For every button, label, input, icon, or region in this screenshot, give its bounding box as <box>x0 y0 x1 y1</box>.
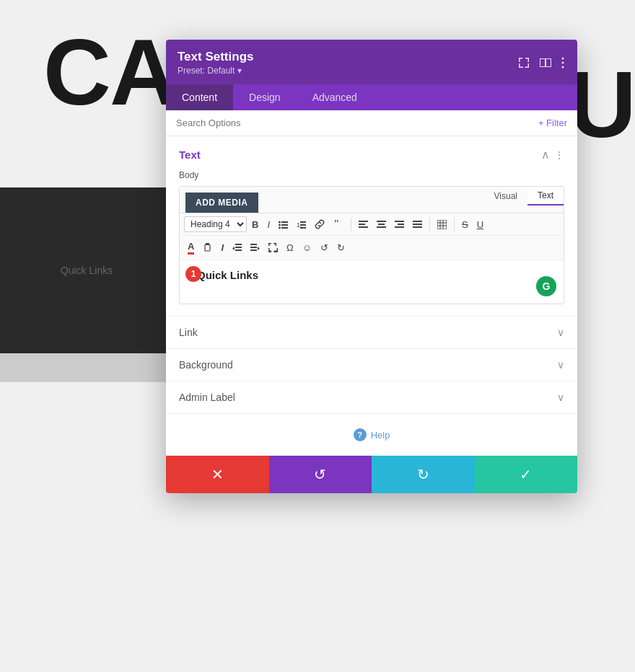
svg-rect-36 <box>250 244 257 245</box>
svg-rect-18 <box>378 224 385 225</box>
special-char-button[interactable]: Ω <box>283 240 297 255</box>
search-input[interactable] <box>176 118 538 128</box>
undo-toolbar-button[interactable]: ↺ <box>317 240 332 255</box>
fullscreen-icon-button[interactable] <box>517 56 531 70</box>
modal-overlay: Text Settings Preset: Default ▾ <box>0 0 635 672</box>
help-icon: ? <box>354 428 367 441</box>
editor-text: Quick Links <box>197 269 258 281</box>
editor-container: ADD MEDIA Visual Text Heading 4 Heading … <box>179 186 564 304</box>
editor-text-mode-button[interactable]: Text <box>527 187 564 205</box>
modal-header-left: Text Settings Preset: Default ▾ <box>178 50 253 76</box>
text-section: Text ∧ ⋮ Body ADD MEDIA Visual Text <box>166 136 577 317</box>
strikethrough-button[interactable]: S <box>458 217 472 232</box>
svg-rect-10 <box>300 221 306 223</box>
modal-footer: ✕ ↺ ↻ ✓ <box>166 456 577 493</box>
heading-select[interactable]: Heading 4 Heading 1 Heading 2 Heading 3 … <box>184 216 247 232</box>
table-button[interactable] <box>434 218 450 231</box>
svg-rect-17 <box>377 221 386 222</box>
svg-rect-8 <box>281 227 288 229</box>
modal-title: Text Settings <box>178 50 253 64</box>
svg-rect-32 <box>206 243 209 245</box>
svg-point-1 <box>562 62 564 64</box>
svg-point-2 <box>562 66 564 68</box>
filter-button[interactable]: + Filter <box>538 118 567 128</box>
text-section-collapse-button[interactable]: ∧ <box>541 148 550 162</box>
unordered-list-button[interactable] <box>275 218 292 231</box>
svg-rect-26 <box>437 220 447 229</box>
paste-button[interactable] <box>199 241 216 255</box>
help-section: ? Help <box>166 414 577 456</box>
text-section-menu-button[interactable]: ⋮ <box>554 149 564 161</box>
toolbar-row-1: Heading 4 Heading 1 Heading 2 Heading 3 … <box>180 213 564 236</box>
font-color-button[interactable]: A <box>184 239 198 257</box>
modal-header: Text Settings Preset: Default ▾ <box>166 40 577 84</box>
link-collapse-chevron-icon: ∨ <box>557 327 564 338</box>
svg-rect-34 <box>235 247 242 248</box>
redo-toolbar-button[interactable]: ↻ <box>333 240 349 255</box>
cancel-button[interactable]: ✕ <box>166 456 269 493</box>
modal-body: Text ∧ ⋮ Body ADD MEDIA Visual Text <box>166 136 577 456</box>
editor-visual-mode-button[interactable]: Visual <box>484 187 527 205</box>
background-section[interactable]: Background ∨ <box>166 349 577 381</box>
search-bar: + Filter <box>166 110 577 136</box>
tab-design[interactable]: Design <box>233 84 297 110</box>
tab-advanced[interactable]: Advanced <box>297 84 373 110</box>
outdent-button[interactable] <box>229 241 245 255</box>
text-section-header: Text ∧ ⋮ <box>179 148 564 162</box>
modal-tabs: Content Design Advanced <box>166 84 577 110</box>
italic-button[interactable]: I <box>263 217 273 232</box>
align-right-button[interactable] <box>391 218 408 231</box>
align-justify-button[interactable] <box>409 218 426 231</box>
save-button[interactable]: ✓ <box>475 456 578 493</box>
svg-rect-12 <box>300 227 306 229</box>
split-view-icon-button[interactable] <box>538 56 553 70</box>
svg-rect-6 <box>281 224 288 226</box>
text-settings-modal: Text Settings Preset: Default ▾ <box>166 40 577 493</box>
toolbar-separator-3 <box>454 218 455 231</box>
svg-rect-38 <box>250 249 257 251</box>
preset-chevron-icon: ▾ <box>237 66 242 76</box>
tab-content[interactable]: Content <box>166 84 233 110</box>
svg-rect-35 <box>235 249 242 251</box>
toolbar-separator-2 <box>429 218 430 231</box>
fullscreen2-button[interactable] <box>265 241 281 255</box>
more-options-icon-button[interactable] <box>560 56 566 70</box>
modal-preset[interactable]: Preset: Default ▾ <box>178 66 253 76</box>
undo-button[interactable]: ↺ <box>269 456 372 493</box>
ordered-list-button[interactable]: 1. <box>293 218 310 231</box>
svg-point-7 <box>279 226 281 229</box>
link-button[interactable] <box>311 217 328 231</box>
admin-label-section-label: Admin Label <box>179 392 235 403</box>
underline-button[interactable]: U <box>473 217 487 232</box>
admin-label-section[interactable]: Admin Label ∨ <box>166 381 577 414</box>
svg-rect-16 <box>359 226 368 228</box>
redo-button[interactable]: ↻ <box>372 456 475 493</box>
svg-point-3 <box>279 221 281 223</box>
bold-button[interactable]: B <box>248 217 262 232</box>
svg-rect-20 <box>395 221 404 222</box>
editor-content[interactable]: 1 Quick Links G <box>180 260 564 304</box>
svg-rect-15 <box>359 224 365 225</box>
grammarly-button[interactable]: G <box>536 276 556 296</box>
align-center-button[interactable] <box>373 218 390 231</box>
toolbar-row-2: A I <box>180 236 564 260</box>
blockquote-button[interactable]: " <box>330 217 347 231</box>
add-media-button[interactable]: ADD MEDIA <box>185 193 258 213</box>
emoji-button[interactable]: ☺ <box>299 240 315 255</box>
svg-rect-21 <box>398 224 404 225</box>
help-link[interactable]: Help <box>371 430 390 441</box>
italic2-button[interactable]: I <box>217 240 227 255</box>
align-left-button[interactable] <box>355 218 372 231</box>
link-section[interactable]: Link ∨ <box>166 317 577 349</box>
svg-rect-31 <box>205 244 210 251</box>
editor-mode-tabs: Visual Text <box>484 187 564 205</box>
indent-button[interactable] <box>247 241 263 255</box>
background-section-label: Background <box>179 359 233 371</box>
svg-rect-19 <box>377 226 386 228</box>
svg-text:": " <box>334 219 339 229</box>
step-badge: 1 <box>185 266 201 282</box>
svg-rect-24 <box>413 224 422 225</box>
svg-point-0 <box>562 58 564 60</box>
svg-rect-4 <box>281 221 288 223</box>
svg-rect-23 <box>413 221 422 222</box>
